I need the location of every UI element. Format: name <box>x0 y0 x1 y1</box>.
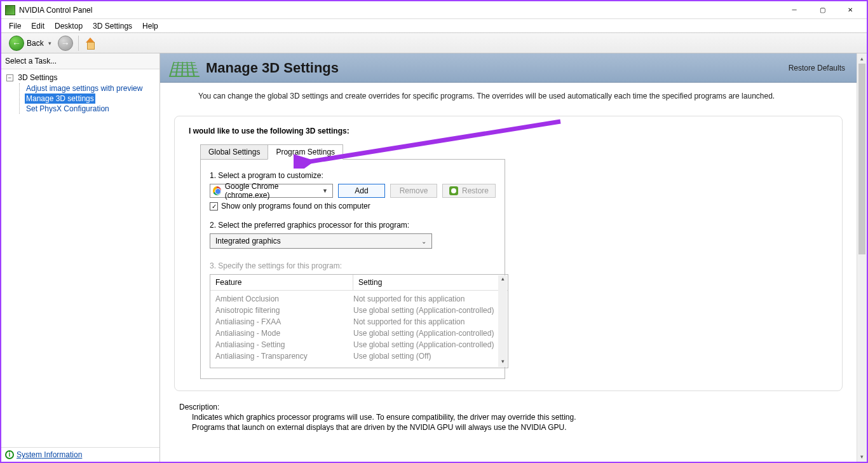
step3-label: 3. Specify the settings for this program… <box>210 261 496 270</box>
description-line2: Programs that launch on external display… <box>179 423 837 432</box>
settings-panel: I would like to use the following 3D set… <box>174 116 843 391</box>
step1-label: 1. Select a program to customize: <box>210 171 496 180</box>
step2-label: 2. Select the preferred graphics process… <box>210 221 496 230</box>
chevron-down-icon: ⌄ <box>421 238 426 245</box>
menu-help[interactable]: Help <box>137 20 163 32</box>
remove-button: Remove <box>390 184 437 198</box>
menu-desktop[interactable]: Desktop <box>50 20 88 32</box>
minimize-button[interactable]: ─ <box>780 1 808 19</box>
scroll-thumb[interactable] <box>858 64 865 254</box>
tab-body-program-settings: 1. Select a program to customize: Google… <box>200 159 505 379</box>
tree-item-physx[interactable]: Set PhysX Configuration <box>25 104 111 114</box>
system-info-bar: i System Information <box>1 447 159 462</box>
info-icon: i <box>5 450 14 459</box>
tabs: Global Settings Program Settings <box>200 144 828 159</box>
window-title: NVIDIA Control Panel <box>19 6 780 15</box>
program-select[interactable]: Google Chrome (chrome.exe) ▼ <box>210 184 333 198</box>
table-row[interactable]: Antialiasing - ModeUse global setting (A… <box>215 328 503 339</box>
page-header-icon <box>169 62 200 77</box>
content-area: Manage 3D Settings Restore Defaults You … <box>160 53 867 462</box>
chevron-down-icon: ▼ <box>320 188 330 194</box>
forward-button[interactable]: → <box>58 36 73 51</box>
scroll-down-icon[interactable]: ▾ <box>498 358 507 367</box>
restore-button-label: Restore <box>462 186 489 195</box>
table-row[interactable]: Anisotropic filteringUse global setting … <box>215 305 503 316</box>
nvidia-app-icon <box>5 5 15 15</box>
nvidia-eye-icon <box>449 186 458 195</box>
back-dropdown-icon[interactable]: ▾ <box>46 40 54 46</box>
table-row[interactable]: Ambient OcclusionNot supported for this … <box>215 293 503 305</box>
tab-program-settings[interactable]: Program Settings <box>268 144 343 160</box>
program-select-value: Google Chrome (chrome.exe) <box>225 182 316 200</box>
task-tree: − 3D Settings Adjust image settings with… <box>1 69 159 447</box>
col-header-setting[interactable]: Setting <box>353 275 508 290</box>
page-title: Manage 3D Settings <box>206 60 780 76</box>
tree-root-3d-settings[interactable]: 3D Settings <box>18 73 57 82</box>
back-button[interactable]: ← Back ▾ <box>6 34 57 52</box>
table-scrollbar[interactable]: ▴ ▾ <box>498 275 507 367</box>
description-line1: Indicates which graphics processor progr… <box>179 413 837 422</box>
content-scrollbar[interactable]: ▴ ▾ <box>857 53 867 462</box>
description-heading: Description: <box>179 403 837 411</box>
close-button[interactable]: ✕ <box>836 1 864 19</box>
sidebar-header: Select a Task... <box>1 53 159 69</box>
toolbar-separator <box>78 36 79 51</box>
description-block: Description: Indicates which graphics pr… <box>160 396 857 437</box>
show-only-found-label: Show only programs found on this compute… <box>221 202 370 211</box>
tree-item-adjust-image[interactable]: Adjust image settings with preview <box>25 83 144 93</box>
menu-edit[interactable]: Edit <box>26 20 50 32</box>
menu-3d-settings[interactable]: 3D Settings <box>88 20 137 32</box>
titlebar: NVIDIA Control Panel ─ ▢ ✕ <box>1 1 867 19</box>
tab-global-settings[interactable]: Global Settings <box>200 144 268 159</box>
restore-button: Restore <box>442 184 496 198</box>
graphics-processor-value: Integrated graphics <box>215 237 281 245</box>
scroll-up-icon[interactable]: ▴ <box>857 53 867 64</box>
restore-defaults-link[interactable]: Restore Defaults <box>789 64 845 73</box>
settings-table: Feature Setting Ambient OcclusionNot sup… <box>210 274 508 368</box>
back-arrow-icon: ← <box>9 36 24 51</box>
page-header: Manage 3D Settings Restore Defaults <box>160 53 857 83</box>
table-row[interactable]: Antialiasing - FXAANot supported for thi… <box>215 316 503 328</box>
tree-collapse-icon[interactable]: − <box>6 74 13 81</box>
sidebar: Select a Task... − 3D Settings Adjust im… <box>1 53 160 462</box>
table-row[interactable]: Antialiasing - SettingUse global setting… <box>215 339 503 350</box>
show-only-found-checkbox[interactable]: ✓ <box>210 202 218 211</box>
menu-file[interactable]: File <box>4 20 26 32</box>
tree-item-manage-3d[interactable]: Manage 3D settings <box>25 93 95 104</box>
home-button[interactable] <box>84 38 97 49</box>
scroll-up-icon[interactable]: ▴ <box>498 275 507 284</box>
panel-subheading: I would like to use the following 3D set… <box>189 127 828 135</box>
toolbar: ← Back ▾ → <box>1 33 867 53</box>
table-row[interactable]: Antialiasing - TransparencyUse global se… <box>215 350 503 362</box>
system-information-link[interactable]: System Information <box>17 450 82 459</box>
chrome-icon <box>213 186 221 195</box>
menubar: File Edit Desktop 3D Settings Help <box>1 19 867 33</box>
graphics-processor-select[interactable]: Integrated graphics ⌄ <box>210 233 432 249</box>
page-intro: You can change the global 3D settings an… <box>160 83 857 107</box>
back-label: Back <box>27 39 44 48</box>
scroll-down-icon[interactable]: ▾ <box>857 452 867 462</box>
col-header-feature[interactable]: Feature <box>210 275 353 290</box>
maximize-button[interactable]: ▢ <box>808 1 836 19</box>
add-button[interactable]: Add <box>338 184 385 198</box>
